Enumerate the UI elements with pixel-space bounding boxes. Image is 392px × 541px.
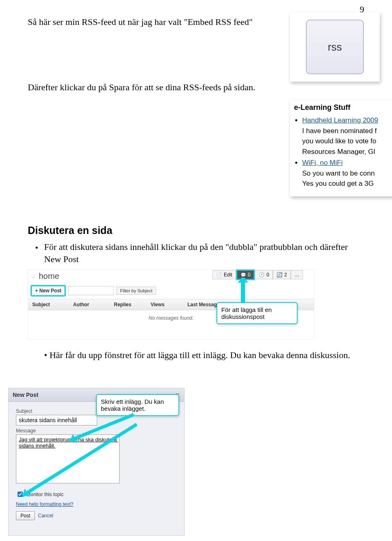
search-input[interactable] [68,286,114,295]
col-author[interactable]: Author [69,299,110,310]
edit-label: Edit [224,272,232,278]
feed-text: you would like to vote fo [302,137,376,145]
bullet-icon: • [35,242,38,254]
page-action-bar: 📄 Edit 💬 0 🕑 0 🔄 2 … [212,269,303,280]
rss-feed-preview: e-Learning Stuff Handheld Learning 2009 … [290,100,392,196]
rss-tile: rss [306,20,364,74]
bullet-1-text: För att diskutera sidans innehåll klicka… [44,242,348,264]
bullet-icon: • [44,350,47,360]
home-label: home [39,272,59,281]
bullet-2-text: Här får du upp fönstret för att lägga ti… [49,350,350,360]
feed-link-1[interactable]: Handheld Learning 2009 [302,116,378,124]
monitor-label: Monitor this topic [27,492,64,497]
feed-text: Yes you could get a 3G [302,180,374,187]
history-count: 0 [266,272,269,278]
tooltip-add-discussion: För att lägga till en diskussionspost [216,302,298,324]
col-views[interactable]: Views [147,299,183,310]
post-button[interactable]: Post [16,511,35,520]
help-formatting-link[interactable]: Need help formatting text? [16,501,177,507]
dialog-title: New Post [13,392,38,398]
new-post-button[interactable]: + New Post [31,285,66,296]
edit-icon: 📄 [216,272,222,278]
notify-button[interactable]: 🔄 2 [273,270,291,279]
more-button[interactable]: … [291,270,303,279]
star-icon[interactable]: ☆ [31,272,36,280]
col-subject[interactable]: Subject [28,299,69,310]
feed-text: Resources Manager, Gl [302,148,375,156]
history-button[interactable]: 🕑 0 [255,270,273,279]
other-count: 2 [284,272,287,278]
filter-by-subject-button[interactable]: Filter by Subject [116,287,156,295]
bullet-2: • Här får du upp fönstret för att lägga … [44,349,363,361]
annotation-arrow [241,278,245,302]
section-heading: Diskutera en sida [28,225,112,236]
clock-icon: 🕑 [258,272,265,278]
col-replies[interactable]: Replies [110,299,147,310]
refresh-icon: 🔄 [276,272,283,278]
subject-input[interactable] [16,415,97,425]
paragraph-1: Så här ser min RSS-feed ut när jag har v… [28,16,256,28]
feed-title: e-Learning Stuff [294,103,392,112]
edit-button[interactable]: 📄 Edit [212,270,236,279]
feed-text: So you want to be conn [302,169,375,177]
feed-text: I have been nominated f [302,127,376,135]
bullet-1: • För att diskutera sidans innehåll klic… [44,241,363,265]
cancel-link[interactable]: Cancel [38,513,53,519]
rss-tile-screenshot: rss [290,12,380,82]
feed-link-2[interactable]: WiFi, no MiFi [302,159,343,167]
tooltip-write-post: Skriv ett inlägg. Du kan bevaka inlägget… [96,394,179,416]
paragraph-2: Därefter klickar du på Spara för att se … [28,82,256,94]
